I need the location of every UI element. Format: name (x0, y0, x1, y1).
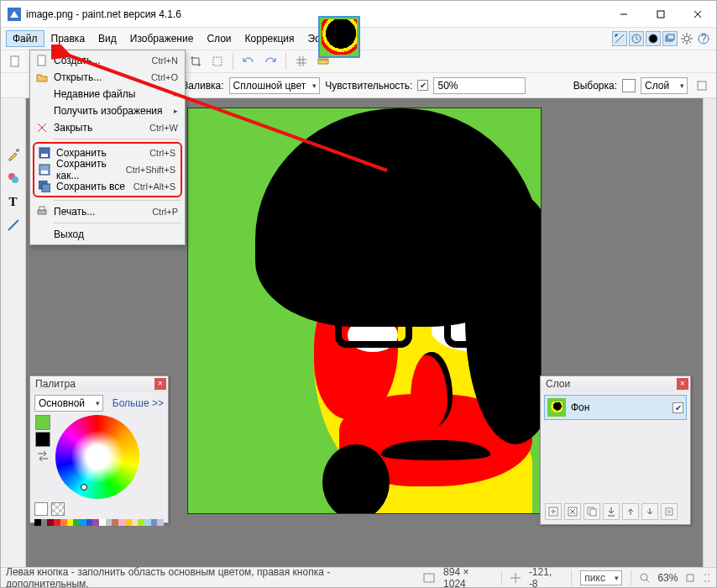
svg-rect-55 (38, 210, 46, 214)
palette-color[interactable] (125, 519, 132, 526)
svg-line-44 (646, 580, 650, 583)
palette-color[interactable] (67, 519, 74, 526)
palette-manage-icon[interactable] (51, 502, 65, 516)
canvas[interactable] (188, 108, 541, 513)
palette-color[interactable] (112, 519, 118, 526)
tolerance-checkbox[interactable] (417, 80, 428, 91)
menu-item-save-all[interactable]: Сохранить всеCtrl+Alt+S (34, 178, 181, 195)
menu-layers[interactable]: Слои (200, 30, 238, 47)
menu-item-exit[interactable]: Выход (32, 226, 183, 243)
palette-color[interactable] (92, 519, 99, 526)
palette-color[interactable] (34, 519, 41, 526)
sampling-select[interactable]: Слой (641, 77, 688, 94)
grid-toggle-icon[interactable] (292, 52, 311, 71)
menu-item-new[interactable]: Создать...Ctrl+N (32, 52, 183, 69)
layer-movedown-icon[interactable] (641, 503, 658, 520)
svg-text:?: ? (701, 33, 707, 45)
palette-add-icon[interactable] (34, 502, 48, 516)
svg-line-18 (683, 41, 684, 43)
menu-view[interactable]: Вид (92, 30, 123, 47)
layer-item[interactable]: Фон (544, 395, 687, 420)
crop-button-icon[interactable] (186, 52, 205, 71)
layer-add-icon[interactable] (545, 503, 562, 520)
history-window-toggle-icon[interactable] (629, 31, 644, 46)
layer-merge-icon[interactable] (603, 503, 620, 520)
cursor-position: -121, -8 (529, 566, 563, 589)
color-picker-tool-icon[interactable] (4, 145, 23, 164)
save-group-highlight: СохранитьCtrl+S Сохранить как...Ctrl+Shi… (33, 142, 182, 197)
minimize-button[interactable] (605, 2, 642, 27)
zoom-fit-icon[interactable] (686, 574, 694, 582)
svg-point-36 (16, 149, 19, 152)
palette-color[interactable] (106, 519, 113, 526)
redo-button-icon[interactable] (261, 52, 280, 71)
palette-color[interactable] (118, 519, 125, 526)
palette-color[interactable] (138, 519, 144, 526)
menu-image[interactable]: Изображение (123, 30, 201, 47)
menu-item-close[interactable]: ЗакрытьCtrl+W (32, 119, 183, 136)
palette-close-button[interactable]: × (154, 378, 166, 390)
menu-item-open[interactable]: Открыть...Ctrl+O (32, 69, 183, 86)
maximize-button[interactable] (642, 2, 679, 27)
app-icon (8, 8, 21, 21)
menu-item-print[interactable]: Печать...Ctrl+P (32, 203, 183, 220)
layers-window-toggle-icon[interactable] (662, 31, 678, 46)
palette-color[interactable] (80, 519, 86, 526)
menu-item-recent[interactable]: Недавние файлы▸ (32, 86, 183, 102)
layers-close-button[interactable]: × (677, 378, 688, 390)
svg-line-17 (689, 34, 691, 36)
save-icon (36, 147, 53, 159)
palette-color[interactable] (73, 519, 80, 526)
palette-colors-row[interactable] (30, 519, 168, 526)
colors-window-toggle-icon[interactable] (646, 31, 661, 46)
close-button[interactable] (679, 2, 716, 27)
new-button-icon[interactable] (6, 52, 24, 71)
tools-window-toggle-icon[interactable] (612, 31, 627, 46)
document-thumbnail[interactable] (318, 16, 360, 58)
layer-moveup-icon[interactable] (622, 503, 639, 520)
palette-color[interactable] (144, 519, 151, 526)
palette-color[interactable] (47, 519, 54, 526)
fill-mode-select[interactable]: Сплошной цвет (229, 77, 321, 94)
palette-color[interactable] (41, 519, 48, 526)
color-wheel[interactable] (55, 415, 139, 499)
layer-delete-icon[interactable] (564, 503, 581, 520)
vertical-scrollbar[interactable] (703, 98, 716, 567)
recolor-tool-icon[interactable] (4, 169, 23, 187)
menu-item-save-as[interactable]: Сохранить как...Ctrl+Shift+S (34, 161, 181, 178)
sampling-extra-icon[interactable] (693, 76, 711, 95)
help-icon[interactable]: ? (696, 31, 711, 46)
unit-select[interactable]: пикс (580, 570, 621, 585)
tolerance-input[interactable]: 50% (433, 77, 526, 94)
layers-title[interactable]: Слои × (541, 376, 690, 391)
menu-adjust[interactable]: Коррекция (238, 30, 301, 47)
zoom-window-icon[interactable] (703, 574, 711, 582)
layer-visibility-checkbox[interactable] (673, 402, 683, 413)
deselect-button-icon[interactable] (208, 52, 227, 71)
menu-edit[interactable]: Правка (44, 30, 92, 47)
palette-title[interactable]: Палитра × (30, 376, 168, 391)
text-tool-icon[interactable]: T (4, 192, 23, 211)
palette-more-link[interactable]: Больше >> (113, 397, 164, 409)
palette-color[interactable] (157, 519, 164, 526)
palette-color[interactable] (60, 519, 67, 526)
layer-properties-icon[interactable] (661, 503, 678, 520)
palette-color[interactable] (86, 519, 93, 526)
color-mode-select[interactable]: Основной (34, 395, 103, 412)
palette-color[interactable] (151, 519, 158, 526)
primary-color-swatch[interactable] (35, 415, 50, 430)
layers-panel[interactable]: Слои × Фон (540, 375, 691, 525)
swap-colors-icon[interactable] (35, 449, 50, 464)
palette-panel[interactable]: Палитра × Основной Больше >> (29, 375, 169, 523)
undo-button-icon[interactable] (239, 52, 258, 71)
menu-file[interactable]: Файл (6, 30, 44, 47)
secondary-color-swatch[interactable] (35, 432, 50, 447)
menu-item-acquire[interactable]: Получить изображения▸ (32, 102, 183, 119)
palette-color[interactable] (132, 519, 139, 526)
settings-icon[interactable] (679, 31, 694, 46)
palette-color[interactable] (99, 519, 106, 526)
line-tool-icon[interactable] (4, 216, 23, 234)
palette-color[interactable] (54, 519, 60, 526)
layer-duplicate-icon[interactable] (584, 503, 600, 520)
window-title: image.png - paint.net версия 4.1.6 (26, 8, 181, 20)
